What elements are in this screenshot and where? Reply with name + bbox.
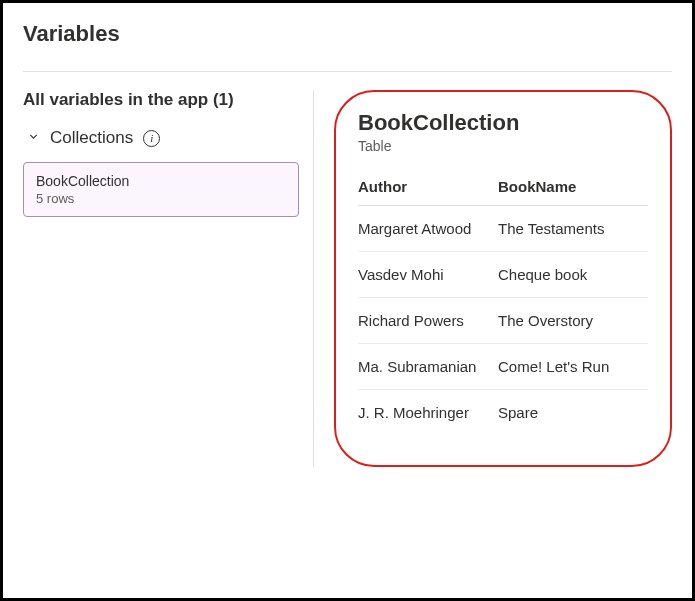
- page-title: Variables: [23, 21, 672, 47]
- table-row: Vasdev Mohi Cheque book: [358, 252, 648, 298]
- cell-bookname: Come! Let's Run: [498, 358, 648, 375]
- cell-author: Vasdev Mohi: [358, 266, 498, 283]
- variable-card-rowcount: 5 rows: [36, 191, 286, 206]
- column-header-author[interactable]: Author: [358, 178, 498, 195]
- content-region: All variables in the app (1) Collections…: [23, 90, 672, 467]
- left-panel: All variables in the app (1) Collections…: [23, 90, 313, 467]
- cell-author: Richard Powers: [358, 312, 498, 329]
- detail-callout: BookCollection Table Author BookName Mar…: [334, 90, 672, 467]
- table-header: Author BookName: [358, 178, 648, 206]
- table-row: J. R. Moehringer Spare: [358, 390, 648, 435]
- cell-bookname: Cheque book: [498, 266, 648, 283]
- cell-bookname: Spare: [498, 404, 648, 421]
- right-panel: BookCollection Table Author BookName Mar…: [313, 90, 672, 467]
- detail-title: BookCollection: [358, 110, 648, 136]
- variable-card-name: BookCollection: [36, 173, 286, 189]
- divider: [23, 71, 672, 72]
- cell-bookname: The Testaments: [498, 220, 648, 237]
- cell-author: J. R. Moehringer: [358, 404, 498, 421]
- detail-type: Table: [358, 138, 648, 154]
- chevron-down-icon: [27, 130, 40, 146]
- collections-label: Collections: [50, 128, 133, 148]
- column-header-bookname[interactable]: BookName: [498, 178, 648, 195]
- cell-author: Margaret Atwood: [358, 220, 498, 237]
- info-icon[interactable]: i: [143, 130, 160, 147]
- all-variables-heading: All variables in the app (1): [23, 90, 313, 110]
- collections-section-header[interactable]: Collections i: [23, 124, 313, 162]
- table-row: Margaret Atwood The Testaments: [358, 206, 648, 252]
- cell-author: Ma. Subramanian: [358, 358, 498, 375]
- table-row: Richard Powers The Overstory: [358, 298, 648, 344]
- variable-card[interactable]: BookCollection 5 rows: [23, 162, 299, 217]
- table-row: Ma. Subramanian Come! Let's Run: [358, 344, 648, 390]
- cell-bookname: The Overstory: [498, 312, 648, 329]
